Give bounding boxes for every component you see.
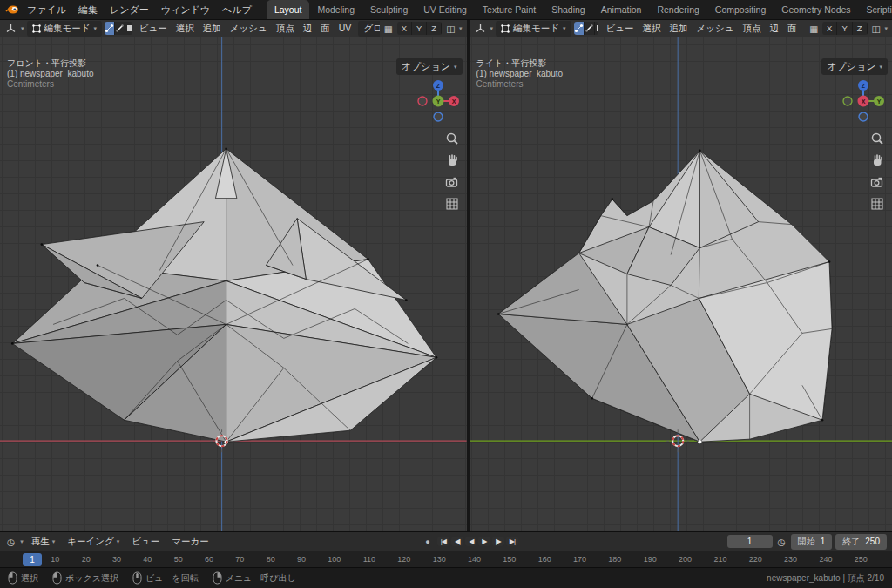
axis-toggle-button[interactable]: X [822, 22, 837, 35]
viewport-menu-item[interactable]: 面 [316, 23, 334, 35]
ruler-frame-label[interactable]: 150 [503, 555, 516, 564]
options-dropdown[interactable]: オプション ▾ [396, 58, 463, 75]
auto-keyframe-toggle[interactable]: ● [422, 537, 433, 546]
axis-toggle-button[interactable]: Z [853, 22, 868, 35]
timeline-editor-caret-icon[interactable]: ▾ [20, 538, 24, 544]
pan-hand-icon[interactable] [870, 153, 884, 167]
topbar-menu-item[interactable]: レンダー [104, 2, 155, 18]
axis-toggle-button[interactable]: Y [837, 22, 852, 35]
viewport-front-canvas[interactable]: フロント・平行投影 (1) newspaper_kabuto Centimete… [0, 37, 467, 531]
viewport-menu-item[interactable]: 頂点 [272, 23, 299, 35]
blender-logo-icon[interactable] [5, 3, 19, 17]
axis-toggle-button[interactable]: Y [412, 22, 427, 35]
ruler-frame-label[interactable]: 180 [608, 555, 621, 564]
ruler-frame-label[interactable]: 20 [82, 555, 91, 564]
ruler-frame-label[interactable]: 90 [297, 555, 306, 564]
viewport-menu-item[interactable]: 選択 [638, 23, 665, 35]
viewport-menu-item[interactable]: メッシュ [226, 23, 272, 35]
workspace-tab[interactable]: Scripting [859, 0, 892, 19]
ruler-frame-label[interactable]: 190 [644, 555, 657, 564]
viewport-menu-item[interactable]: 追加 [199, 23, 226, 35]
mesh-side-view[interactable] [470, 37, 892, 531]
ruler-frame-label[interactable]: 160 [538, 555, 551, 564]
ruler-frame-label[interactable]: 130 [433, 555, 446, 564]
marker-menu[interactable]: マーカー [167, 536, 213, 548]
editor-type-button[interactable] [473, 23, 488, 35]
shading-icon[interactable]: ◫ [870, 24, 882, 34]
overlays-icon[interactable]: ▦ [382, 24, 395, 34]
viewport-menu-item[interactable]: 選択 [172, 23, 199, 35]
topbar-menu-item[interactable]: ファイル [21, 2, 72, 18]
ruler-frame-label[interactable]: 170 [573, 555, 586, 564]
ruler-frame-label[interactable]: 100 [328, 555, 341, 564]
ruler-frame-label[interactable]: 110 [363, 555, 375, 564]
transport-button[interactable]: |◀ [437, 537, 449, 546]
edge-select-button[interactable] [115, 22, 125, 35]
workspace-tab[interactable]: UV Editing [416, 0, 475, 19]
viewport-menu-item[interactable]: 辺 [765, 23, 783, 35]
ruler-frame-label[interactable]: 80 [267, 555, 275, 564]
axis-toggle-button[interactable]: Z [427, 22, 442, 35]
ruler-frame-label[interactable]: 230 [784, 555, 797, 564]
zoom-icon[interactable] [445, 132, 459, 145]
ruler-frame-label[interactable]: 60 [205, 555, 213, 564]
transport-button[interactable]: ▶ [478, 537, 490, 546]
vertex-select-button[interactable] [105, 22, 115, 35]
transport-button[interactable]: ◀| [451, 537, 463, 546]
current-frame-field[interactable]: 1 [727, 535, 773, 548]
workspace-tab[interactable]: Sculpting [362, 0, 416, 19]
frame-start-field[interactable]: 開始1 [791, 534, 833, 550]
ruler-frame-label[interactable]: 40 [143, 555, 152, 564]
playback-menu[interactable]: 再生▾ [27, 536, 60, 548]
workspace-tab[interactable]: Shading [544, 0, 593, 19]
zoom-icon[interactable] [870, 132, 884, 145]
topbar-menu-item[interactable]: ウィンドウ [155, 2, 216, 18]
workspace-tab[interactable]: Geometry Nodes [774, 0, 858, 19]
overlays-icon[interactable]: ▦ [808, 24, 820, 34]
camera-view-icon[interactable] [870, 175, 884, 189]
use-preview-range-icon[interactable]: ◷ [776, 537, 787, 547]
editor-type-button[interactable] [3, 23, 18, 35]
viewport-front[interactable]: ▾ 編集モード ▾ ビュー選択追加メッシュ頂点辺面UV グローバル ▾ ▾ [0, 20, 467, 531]
viewport-menu-item[interactable]: 辺 [299, 23, 317, 35]
timeline-editor-type-icon[interactable]: ◷ [5, 537, 17, 547]
face-select-button[interactable] [595, 22, 599, 35]
transport-button[interactable]: |▶ [492, 537, 504, 546]
pan-hand-icon[interactable] [445, 153, 459, 167]
ruler-frame-label[interactable]: 220 [749, 555, 762, 564]
mesh-front-view[interactable] [0, 37, 467, 531]
workspace-tab[interactable]: Texture Paint [475, 0, 544, 19]
viewport-menu-item[interactable]: 追加 [665, 23, 692, 35]
viewport-right[interactable]: ▾ 編集モード ▾ ビュー選択追加メッシュ頂点辺面UV グローバル ▾ [470, 20, 892, 531]
keying-menu[interactable]: キーイング▾ [63, 536, 124, 548]
topbar-menu-item[interactable]: ヘルプ [216, 2, 258, 18]
workspace-tab[interactable]: Modeling [309, 0, 362, 19]
workspace-tab[interactable]: Layout [267, 0, 310, 19]
transport-button[interactable]: ◀ [465, 537, 476, 546]
viewport-right-canvas[interactable]: ライト・平行投影 (1) newspaper_kabuto Centimeter… [470, 37, 892, 531]
viewport-menu-item[interactable]: 頂点 [738, 23, 765, 35]
editor-type-caret-icon[interactable]: ▾ [21, 25, 24, 31]
ruler-frame-label[interactable]: 50 [174, 555, 183, 564]
options-dropdown[interactable]: オプション ▾ [821, 58, 888, 75]
ruler-frame-label[interactable]: 30 [112, 555, 121, 564]
viewport-menu-item[interactable]: UV [334, 23, 356, 35]
frame-end-field[interactable]: 終了250 [835, 534, 887, 550]
ruler-frame-label[interactable]: 250 [855, 555, 868, 564]
ruler-frame-label[interactable]: 120 [397, 555, 410, 564]
selected-vertex[interactable] [698, 440, 701, 443]
shading-caret-icon[interactable]: ▾ [459, 25, 463, 31]
viewport-menu-item[interactable]: ビュー [601, 23, 638, 35]
edge-select-button[interactable] [585, 22, 595, 35]
navigation-gizmo[interactable]: Z Y X [840, 78, 887, 125]
shading-caret-icon[interactable]: ▾ [884, 25, 888, 31]
timeline-ruler[interactable]: 1 11020304050607080901001101201301401501… [0, 551, 892, 567]
shading-icon[interactable]: ◫ [444, 24, 456, 34]
ruler-frame-label[interactable]: 10 [51, 555, 59, 564]
navigation-gizmo[interactable]: Z X Y [415, 78, 462, 125]
face-select-button[interactable] [125, 22, 132, 35]
vertex-select-button[interactable] [574, 22, 585, 35]
orthographic-grid-icon[interactable] [870, 197, 884, 211]
ruler-frame-label[interactable]: 240 [819, 555, 832, 564]
view-menu[interactable]: ビュー [127, 536, 164, 548]
